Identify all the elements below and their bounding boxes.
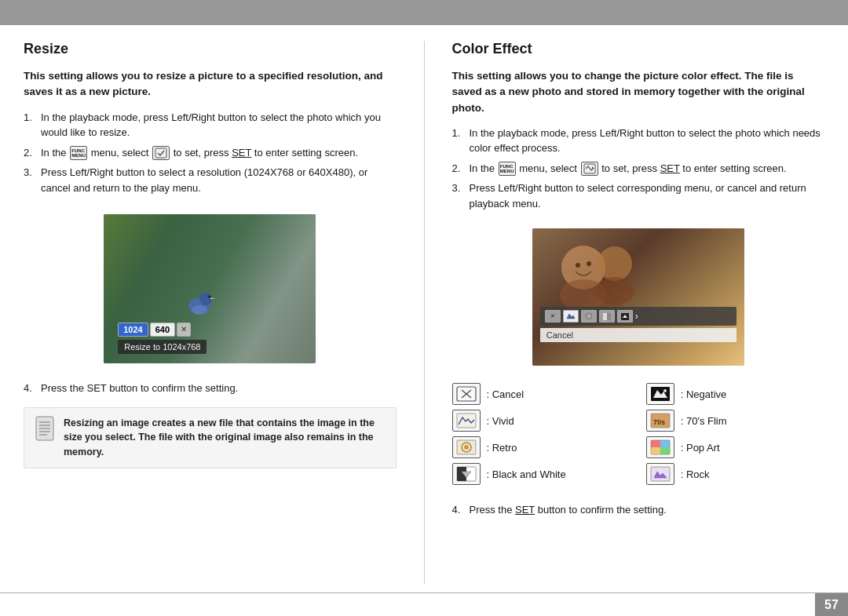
svg-rect-39 bbox=[651, 447, 660, 454]
btn-640[interactable]: 640 bbox=[150, 323, 175, 337]
chevron-right-icon: › bbox=[635, 311, 638, 322]
color-effect-steps: 1. In the playback mode, press Left/Righ… bbox=[452, 126, 825, 217]
legend-70s: 70s : 70's Flim bbox=[646, 410, 824, 432]
legend-cancel: : Cancel bbox=[452, 383, 631, 405]
svg-rect-38 bbox=[660, 440, 670, 447]
btn-cancel[interactable]: ✕ bbox=[177, 323, 191, 337]
svg-rect-40 bbox=[660, 447, 670, 454]
resize-screenshot-container: 1024 640 ✕ Resize to 1024x768 bbox=[24, 214, 397, 363]
svg-rect-0 bbox=[155, 148, 166, 158]
svg-rect-23 bbox=[603, 313, 607, 320]
svg-point-19 bbox=[587, 261, 591, 266]
negative-legend-label: : Negative bbox=[681, 388, 727, 400]
legend-vivid: : Vivid bbox=[452, 410, 631, 432]
color-effect-title: Color Effect bbox=[452, 41, 825, 57]
svg-point-29 bbox=[663, 389, 667, 392]
color-icons-row: ✕ › bbox=[540, 307, 737, 326]
resize-ui-overlay: 1024 640 ✕ Resize to 1024x768 bbox=[118, 323, 302, 354]
resize-screenshot: 1024 640 ✕ Resize to 1024x768 bbox=[104, 214, 316, 363]
retro-legend-label: : Retro bbox=[487, 442, 517, 454]
func-menu-icon: FUNCMENU bbox=[70, 146, 87, 160]
color-ui-bar: ✕ › Cancel bbox=[540, 307, 737, 342]
legend-bw: : Black and White bbox=[452, 463, 631, 485]
set-icon bbox=[152, 146, 170, 160]
color-step-2: 2. In the FUNCMENU menu, select to set, … bbox=[452, 161, 825, 177]
page-number: 57 bbox=[815, 593, 848, 617]
color-legend: : Cancel : Negative : Vivid 70s bbox=[452, 383, 825, 485]
resize-note: Resizing an image creates a new file tha… bbox=[24, 407, 397, 468]
resize-buttons-row: 1024 640 ✕ bbox=[118, 323, 302, 337]
vivid-icon[interactable] bbox=[563, 310, 579, 323]
bottom-bar: 57 bbox=[0, 592, 848, 616]
svg-point-15 bbox=[598, 246, 632, 281]
resize-step-2: 2. In the FUNCMENU menu, select to set, … bbox=[24, 145, 397, 161]
svg-rect-37 bbox=[651, 440, 660, 447]
cancel-legend-icon bbox=[452, 383, 481, 405]
resize-step-4: 4. Press the SET button to confirm the s… bbox=[24, 381, 397, 396]
popart-legend-label: : Pop Art bbox=[681, 442, 720, 454]
svg-point-21 bbox=[587, 315, 590, 318]
svg-point-2 bbox=[199, 293, 212, 305]
svg-marker-13 bbox=[592, 166, 594, 169]
legend-retro: : Retro bbox=[452, 436, 631, 458]
70s-legend-label: : 70's Flim bbox=[681, 415, 727, 427]
bird-illustration bbox=[182, 286, 217, 318]
color-screenshot: ✕ › Cancel bbox=[532, 228, 744, 366]
svg-rect-43 bbox=[651, 467, 670, 481]
resize-step-3: 3. Press Left/Right button to select a r… bbox=[24, 165, 397, 195]
color-effect-intro: This setting allows you to change the pi… bbox=[452, 68, 825, 116]
color-step-4: 4. Press the SET button to confirm the s… bbox=[452, 502, 825, 518]
retro-icon[interactable] bbox=[581, 310, 597, 323]
bw-icon[interactable] bbox=[599, 310, 615, 323]
column-divider bbox=[424, 41, 425, 585]
svg-point-17 bbox=[595, 277, 634, 305]
top-bar bbox=[0, 0, 848, 25]
resize-label: Resize to 1024x768 bbox=[118, 340, 207, 354]
svg-point-18 bbox=[576, 263, 580, 268]
cancel-bar: Cancel bbox=[540, 328, 737, 342]
func-menu-icon-2: FUNCMENU bbox=[499, 162, 516, 176]
resize-step-1: 1. In the playback mode, press Left/Righ… bbox=[24, 110, 397, 140]
resize-intro: This setting allows you to resize a pict… bbox=[24, 68, 397, 100]
negative-legend-icon bbox=[646, 383, 674, 405]
resize-steps: 1. In the playback mode, press Left/Righ… bbox=[24, 110, 397, 201]
color-step-3: 3. Press Left/Right button to select cor… bbox=[452, 180, 825, 211]
resize-section: Resize This setting allows you to resize… bbox=[24, 41, 397, 585]
bw-legend-label: : Black and White bbox=[487, 468, 566, 480]
bw-legend-icon bbox=[452, 463, 481, 485]
rock-legend-icon bbox=[646, 463, 674, 485]
cancel-color-icon[interactable]: ✕ bbox=[545, 310, 561, 323]
color-set-icon bbox=[581, 162, 598, 176]
70s-legend-icon: 70s bbox=[646, 410, 674, 432]
note-icon bbox=[34, 416, 56, 443]
color-effect-section: Color Effect This setting allows you to … bbox=[452, 41, 825, 585]
vivid-legend-icon bbox=[452, 410, 481, 432]
vivid-legend-label: : Vivid bbox=[487, 415, 514, 427]
color-screenshot-container: ✕ › Cancel bbox=[452, 228, 825, 366]
resize-title: Resize bbox=[24, 41, 397, 57]
cancel-legend-label: : Cancel bbox=[487, 388, 525, 400]
resize-note-text: Resizing an image creates a new file tha… bbox=[64, 416, 386, 460]
svg-text:70s: 70s bbox=[653, 418, 665, 426]
legend-popart: : Pop Art bbox=[646, 436, 824, 458]
color-step-1: 1. In the playback mode, press Left/Righ… bbox=[452, 126, 825, 156]
svg-point-35 bbox=[464, 445, 469, 450]
svg-point-3 bbox=[192, 305, 207, 315]
btn-1024[interactable]: 1024 bbox=[118, 323, 148, 337]
legend-rock: : Rock bbox=[646, 463, 824, 485]
popart-legend-icon bbox=[646, 436, 674, 458]
negative-icon[interactable] bbox=[617, 310, 633, 323]
rock-legend-label: : Rock bbox=[681, 468, 710, 480]
retro-legend-icon bbox=[452, 436, 481, 458]
legend-negative: : Negative bbox=[646, 383, 824, 405]
